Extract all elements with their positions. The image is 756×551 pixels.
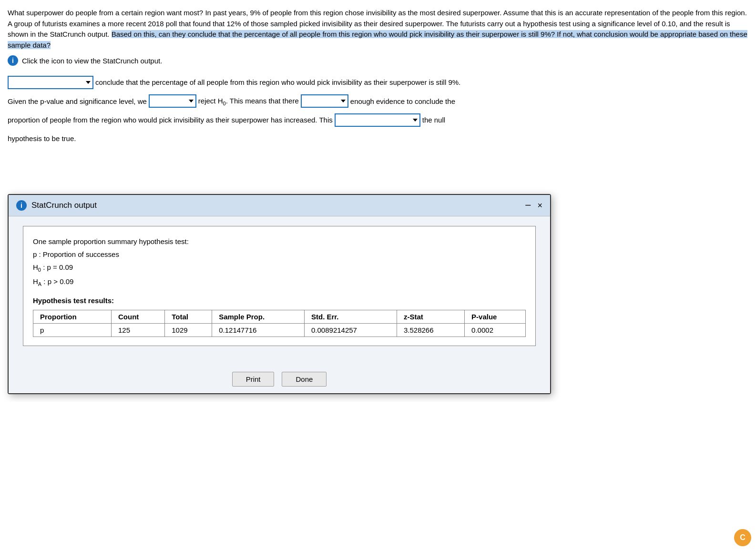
ha-line: HA : p > 0.09 — [33, 275, 526, 289]
table-cell: 1029 — [165, 323, 212, 337]
info-row: i Click the icon to view the StatCrunch … — [8, 55, 748, 66]
answer-line2-suffix: enough evidence to conclude the — [350, 93, 455, 109]
table-cell: 0.12147716 — [212, 323, 305, 337]
results-table: Proportion Count Total Sample Prop. Std.… — [33, 310, 526, 337]
modal-minimize-button[interactable]: – — [525, 200, 531, 211]
table-cell: 125 — [112, 323, 165, 337]
results-label: Hypothesis test results: — [33, 294, 526, 307]
modal-controls: – × — [525, 200, 542, 211]
dropdown3-select[interactable]: is is not — [304, 97, 346, 105]
col-std-err: Std. Err. — [305, 310, 397, 323]
question-highlighted: Based on this, can they conclude that th… — [8, 30, 747, 49]
col-proportion: Proportion — [33, 310, 112, 323]
print-button[interactable]: Print — [232, 372, 275, 387]
modal-footer: Print Done — [9, 365, 550, 393]
col-count: Count — [112, 310, 165, 323]
answer-line2-prefix: Given the p-value and significance level… — [8, 93, 147, 109]
dropdown1-select[interactable]: We can We cannot — [10, 79, 91, 86]
stat-line2: p : Proportion of successes — [33, 248, 526, 261]
table-cell: 0.0002 — [465, 323, 526, 337]
table-row: p12510290.121477160.00892142573.5282660.… — [33, 323, 526, 337]
col-total: Total — [165, 310, 212, 323]
ha-equation: : p > 0.09 — [41, 277, 73, 286]
modal-title: StatCrunch output — [31, 201, 97, 210]
dropdown2-select[interactable]: do do not — [152, 97, 194, 105]
col-z-stat: z-Stat — [397, 310, 464, 323]
answer-line3-text: proportion of people from the region who… — [8, 112, 333, 128]
info-link-text[interactable]: Click the icon to view the StatCrunch ou… — [22, 57, 162, 65]
answer-line3-suffix: the null — [422, 112, 445, 128]
h0-equation: : p = 0.09 — [41, 263, 73, 271]
answer-line3: proportion of people from the region who… — [8, 112, 748, 128]
done-button[interactable]: Done — [282, 372, 327, 387]
question-text: What superpower do people from a certain… — [8, 8, 748, 51]
h0-line: H0 : p = 0.09 — [33, 261, 526, 275]
stat-line1: One sample proportion summary hypothesis… — [33, 235, 526, 248]
answer-line4: hypothesis to be true. — [8, 131, 748, 146]
table-cell: 0.0089214257 — [305, 323, 397, 337]
col-sample-prop: Sample Prop. — [212, 310, 305, 323]
table-header-row: Proportion Count Total Sample Prop. Std.… — [33, 310, 526, 323]
answer-line1-suffix: conclude that the percentage of all peop… — [95, 74, 460, 90]
modal-body: One sample proportion summary hypothesis… — [9, 216, 550, 365]
stat-box: One sample proportion summary hypothesis… — [23, 226, 536, 346]
h0-sub: 0 — [223, 101, 226, 106]
col-p-value: P-value — [465, 310, 526, 323]
table-cell: 3.528266 — [397, 323, 464, 337]
answer-line4-text: hypothesis to be true. — [8, 131, 76, 146]
dropdown4-container[interactable]: supports contradicts does not support — [335, 113, 420, 127]
statcrunch-modal: i StatCrunch output – × One sample propo… — [8, 194, 551, 394]
answer-line2-mid1: reject H0. This means that there — [198, 93, 299, 109]
answer-line2: Given the p-value and significance level… — [8, 93, 748, 109]
dropdown3-container[interactable]: is is not — [301, 94, 348, 108]
answer-line1: We can We cannot conclude that the perce… — [8, 74, 748, 90]
info-icon[interactable]: i — [8, 55, 18, 66]
table-cell: p — [33, 323, 112, 337]
dropdown1-container[interactable]: We can We cannot — [8, 76, 93, 89]
modal-header: i StatCrunch output – × — [9, 195, 550, 216]
modal-header-left: i StatCrunch output — [16, 200, 97, 211]
modal-close-button[interactable]: × — [537, 201, 542, 211]
modal-info-icon: i — [16, 200, 27, 211]
dropdown2-container[interactable]: do do not — [149, 94, 196, 108]
dropdown4-select[interactable]: supports contradicts does not support — [337, 116, 418, 124]
answer-section: We can We cannot conclude that the perce… — [8, 74, 748, 146]
